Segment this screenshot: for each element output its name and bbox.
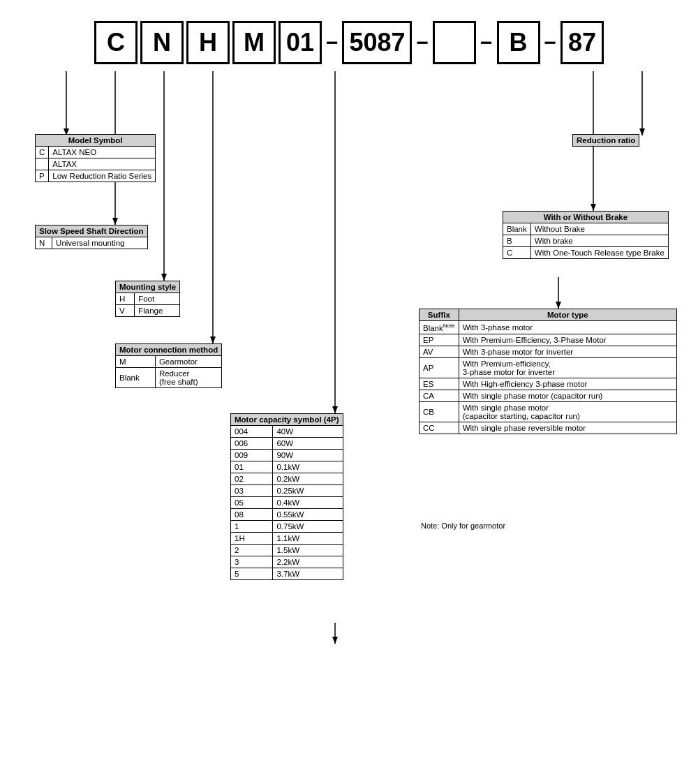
motor-connection-table: Motor connection method MGearmotor Blank… — [115, 343, 222, 388]
dash-4: − — [544, 31, 557, 54]
model-symbol-table: Model Symbol CALTAX NEO ALTAX PLow Reduc… — [35, 134, 156, 182]
dash-1: − — [326, 31, 339, 54]
svg-marker-17 — [332, 637, 338, 644]
diagram-area: Model Symbol CALTAX NEO ALTAX PLow Reduc… — [14, 71, 684, 644]
code-01: 01 — [279, 21, 322, 64]
brake-table: With or Without Brake BlankWithout Brake… — [503, 211, 669, 259]
dash-2: − — [416, 31, 429, 54]
code-row: C N H M 01 − 5087 − − B − 87 — [14, 21, 684, 64]
svg-marker-5 — [161, 274, 167, 281]
code-87: 87 — [560, 21, 604, 64]
svg-marker-15 — [556, 302, 561, 309]
mounting-style-table: Mounting style HFoot VFlange — [115, 281, 180, 317]
code-empty — [433, 21, 476, 64]
code-5087: 5087 — [342, 21, 412, 64]
svg-marker-7 — [210, 336, 216, 343]
svg-marker-9 — [332, 406, 338, 413]
svg-marker-3 — [112, 218, 118, 225]
reduction-ratio-table: Reduction ratio — [572, 134, 639, 147]
code-m: M — [232, 21, 276, 64]
note-text: Note: Only for gearmotor — [421, 522, 505, 530]
svg-marker-11 — [639, 128, 645, 135]
code-n: N — [140, 21, 184, 64]
code-h: H — [186, 21, 230, 64]
dash-3: − — [480, 31, 493, 54]
page-container: C N H M 01 − 5087 − − B − 87 — [0, 0, 698, 784]
slow-speed-table: Slow Speed Shaft Direction NUniversal mo… — [35, 225, 148, 249]
code-b: B — [497, 21, 540, 64]
code-c: C — [94, 21, 138, 64]
motor-capacity-table: Motor capacity symbol (4P) 00440W 00660W… — [230, 413, 343, 580]
suffix-motor-type-table: Suffix Motor type BlankNote With 3-phase… — [419, 309, 677, 434]
svg-marker-13 — [591, 204, 596, 211]
